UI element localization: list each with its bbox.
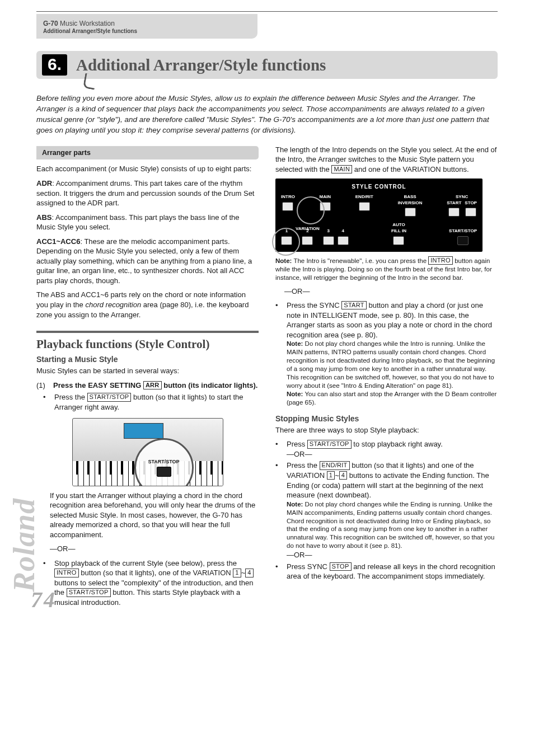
step-1: (1) Press the EASY SETTING ARR button (i… [36,381,259,391]
header-line1: G-70 Music Workstation [43,20,251,27]
pg-autofill: AUTO FILL IN [391,222,406,245]
startstop-box-2: START/STOP [67,588,111,597]
post-figure-para: If you start the Arranger without playin… [50,491,259,540]
btn-icon [323,236,334,245]
pg-startstop: START/STOP [449,228,477,245]
arranger-p2: The ABS and ACC1~6 parts rely on the cho… [36,290,259,320]
abs-label: ABS [36,213,51,222]
style-control-panel: STYLE CONTROL INTRO MAIN END/RIT BASS IN… [275,179,483,252]
note1-label: Note: [275,257,292,264]
s2-note: Note: Do not play chord changes while th… [287,500,498,551]
stop-bullet-3: • Press SYNC STOP and release all keys i… [275,562,498,581]
keyboard-figure: START/STOP [72,418,223,486]
btn-icon [359,202,370,211]
panel-row-top: INTRO MAIN END/RIT BASS INVERSION SYNC S… [281,194,477,217]
pg-sync: SYNC START STOP [447,194,477,217]
chapter-title: Additional Arranger/Style functions [76,56,326,74]
bullet-startstop: • Press the START/STOP button (so that i… [43,392,259,412]
panel-title: STYLE CONTROL [281,183,477,191]
bullet-dot: • [43,392,50,412]
adr-text: : Accompaniment drums. This part takes c… [36,179,254,207]
product-suffix: Music Workstation [60,20,115,27]
var4-box: 4 [245,569,253,577]
chapter-bar: 6. Additional Arranger/Style functions [36,51,498,79]
right-column: The length of the Intro depends on the S… [275,145,498,609]
or-1: —OR— [50,544,259,554]
var1-box: 1 [233,569,241,577]
stopping-heading: Stopping Music Styles [275,414,498,424]
btn-icon [465,208,476,217]
b2a: Stop playback of the current Style (see … [54,559,237,567]
magnifier-lens: START/STOP [134,438,194,486]
pg-bassinv: BASS INVERSION [398,194,423,217]
arranger-p1: Each accompaniment (or Music Style) cons… [36,164,259,174]
panel-figure: STYLE CONTROL INTRO MAIN END/RIT BASS IN… [275,179,498,252]
left-column: Arranger parts Each accompaniment (or Mu… [36,145,259,609]
pg-endrit: END/RIT [355,194,373,211]
adr-para: ADR: Accompaniment drums. This part take… [36,179,259,208]
lens-button-icon [157,467,171,477]
panel-row-bottom: 1 VARIATION2 3 4 AUTO FILL IN START/STOP [281,222,477,245]
starting-line: Music Styles can be started in several w… [36,366,259,376]
acc-para: ACC1~ACC6: These are the melodic accompa… [36,237,259,286]
intro-box-2: INTRO [428,256,453,265]
note-intro-renewable: Note: The Intro is "renewable", i.e. you… [275,256,498,282]
arranger-p2-italic: chord recognition [85,300,141,309]
chapter-number: 6. [42,54,67,76]
or-2: —OR— [284,287,498,297]
arr-button-box: ARR [143,381,162,389]
btn-icon [393,236,404,245]
startstop-box-3: START/STOP [307,440,352,448]
header-band: G-70 Music Workstation Additional Arrang… [36,14,257,39]
bullet-intro: • Stop playback of the current Style (se… [43,558,259,608]
stopping-line: There are three ways to stop Style playb… [275,425,498,435]
section-divider [36,331,259,333]
b2tilde: ~ [241,569,246,577]
intro-box: INTRO [54,569,79,577]
or-3: —OR— [287,449,498,459]
step-1-num: (1) [36,381,49,391]
start-box: START [341,301,367,309]
product-code: G-70 [43,20,58,27]
btn-icon [281,236,292,245]
header-subtitle: Additional Arranger/Style functions [43,28,251,34]
step-1-body: Press the EASY SETTING ARR button (its i… [53,381,259,391]
v1-box: 1 [327,471,335,480]
adr-label: ADR [36,179,52,187]
main-box: MAIN [331,165,352,173]
brand-vertical: Roland [7,498,41,592]
abs-para: ABS: Accompaniment bass. This part plays… [36,213,259,232]
b3a: Press the SYNC [287,301,341,309]
step1a: Press the EASY SETTING [53,381,143,389]
starting-heading: Starting a Music Style [36,354,259,365]
startstop-box: START/STOP [87,393,132,401]
page-number: 74 [31,586,57,613]
c2p1b: and one of the VARIATION buttons. [352,165,469,173]
arranger-parts-heading: Arranger parts [36,146,259,160]
pg-main: MAIN [320,194,331,211]
content-columns: Arranger parts Each accompaniment (or Mu… [36,145,498,609]
playback-title: Playback functions (Style Control) [36,336,259,352]
lens-handle [83,73,97,90]
btn-icon [282,202,293,211]
stop-bullet-1: • Press START/STOP to stop playback righ… [275,439,498,459]
bullet-body: Press the START/STOP button (so that it … [54,392,259,412]
endrit-box: END/RIT [320,461,350,469]
btn-icon [338,236,349,245]
v4-box: 4 [339,471,347,480]
or-4: —OR— [287,550,498,560]
pg-intro: INTRO [281,194,295,211]
acc-label: ACC1~ACC6 [36,237,80,246]
step1b: button (its indicator lights). [162,381,258,389]
bullet-sync-start: • Press the SYNC START button and play a… [275,300,498,407]
lens-label: START/STOP [148,458,179,465]
btn-icon [320,202,331,211]
stop-bullet-2: • Press the END/RIT button (so that it l… [275,461,498,560]
abs-text: : Accompaniment bass. This part plays th… [36,213,240,232]
bullet-sync-body: Press the SYNC START button and play a c… [287,300,498,407]
btn-icon [302,236,313,245]
btn-icon [448,208,460,217]
top-rule [36,11,498,12]
b1a: Press the [54,393,87,401]
bullet-intro-body: Stop playback of the current Style (see … [54,558,259,608]
